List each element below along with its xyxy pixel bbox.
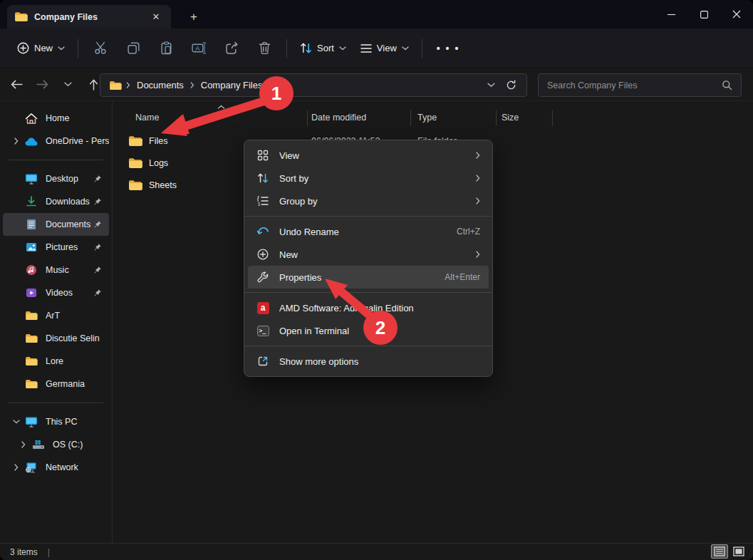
sidebar-item-label: OS (C:) [53, 440, 109, 450]
sidebar-item-onedrive[interactable]: OneDrive - Persona [3, 130, 109, 152]
breadcrumb-documents[interactable]: Documents [132, 78, 189, 93]
sidebar-item-art[interactable]: ArT [3, 304, 109, 327]
column-header-date-modified[interactable]: Date modified [311, 113, 366, 123]
tab-title: Company Files [34, 12, 142, 22]
sidebar-item-documents[interactable]: Documents [3, 213, 109, 236]
menu-item-open-in-terminal[interactable]: >_ Open in Terminal [248, 319, 489, 342]
address-dropdown-button[interactable] [481, 76, 501, 95]
tab-close-icon[interactable]: ✕ [148, 9, 164, 25]
sidebar-item-label: Discutie Selin [46, 333, 109, 343]
refresh-icon [506, 80, 516, 90]
sidebar-item-os-c[interactable]: OS (C:) [3, 433, 109, 456]
sidebar-item-discutie-selin[interactable]: Discutie Selin [3, 327, 109, 350]
sidebar-item-lore[interactable]: Lore [3, 350, 109, 373]
folder-icon [128, 180, 142, 191]
recent-locations-button[interactable] [56, 73, 80, 96]
menu-item-label: Open in Terminal [279, 326, 480, 336]
sidebar-item-home[interactable]: Home [3, 107, 109, 130]
new-button-label: New [34, 43, 53, 53]
sidebar-item-label: Network [46, 462, 109, 472]
menu-item-show-more-options[interactable]: Show more options [248, 350, 489, 373]
delete-button[interactable] [248, 36, 281, 61]
column-divider[interactable] [496, 110, 497, 126]
pin-icon [93, 289, 102, 297]
search-input[interactable] [539, 81, 722, 90]
column-header-name[interactable]: Name [135, 113, 159, 123]
column-divider[interactable] [307, 110, 308, 126]
menu-item-label: View [279, 150, 466, 161]
plus-circle-icon [256, 249, 269, 260]
copy-button[interactable] [117, 36, 150, 61]
menu-item-new[interactable]: New [248, 243, 489, 266]
new-button[interactable]: New [10, 38, 72, 58]
sidebar-item-desktop[interactable]: Desktop [3, 167, 109, 190]
refresh-button[interactable] [501, 76, 521, 95]
pin-icon [93, 197, 102, 206]
file-name: Sheets [149, 180, 177, 190]
explorer-tab[interactable]: Company Files ✕ [7, 5, 171, 28]
sidebar-item-label: ArT [46, 311, 109, 321]
more-options-button[interactable]: • • • [428, 43, 468, 54]
back-button[interactable] [4, 73, 28, 96]
sidebar-item-downloads[interactable]: Downloads [3, 190, 109, 213]
network-icon [24, 462, 38, 473]
sidebar-item-music[interactable]: Music [3, 259, 109, 281]
chevron-right-icon[interactable] [19, 441, 28, 448]
desktop-icon [24, 173, 38, 185]
details-view-icon [714, 546, 725, 556]
menu-divider [245, 346, 492, 346]
toolbar-separator [286, 39, 287, 58]
sort-button[interactable]: Sort [293, 38, 353, 58]
sidebar-item-videos[interactable]: Videos [3, 281, 109, 304]
close-button[interactable] [720, 0, 753, 28]
sort-icon [256, 172, 269, 184]
sidebar-item-this-pc[interactable]: This PC [3, 410, 109, 433]
column-divider[interactable] [410, 110, 411, 126]
sidebar-item-label: Lore [46, 356, 109, 366]
menu-item-amd-software[interactable]: a AMD Software: Adrenalin Edition [248, 296, 489, 319]
cut-icon [94, 41, 108, 55]
title-bar: Company Files ✕ + [0, 0, 753, 28]
menu-item-view[interactable]: View [248, 144, 489, 167]
share-button[interactable] [215, 36, 248, 61]
home-icon [24, 113, 38, 124]
chevron-right-icon[interactable] [11, 138, 21, 145]
folder-icon [24, 333, 38, 343]
cut-button[interactable] [84, 36, 117, 61]
toolbar-separator [422, 39, 422, 58]
sidebar-item-network[interactable]: Network [3, 456, 109, 479]
sidebar-item-germania[interactable]: Germania [3, 373, 109, 395]
large-icons-view-button[interactable] [730, 544, 747, 559]
menu-item-properties[interactable]: Properties Alt+Enter [248, 266, 489, 289]
forward-button[interactable] [30, 73, 54, 96]
command-toolbar: New Sort View • • • [0, 28, 753, 68]
details-view-button[interactable] [711, 544, 728, 559]
minimize-button[interactable] [655, 0, 687, 28]
column-divider[interactable] [552, 110, 553, 126]
documents-icon [24, 219, 38, 230]
downloads-icon [24, 196, 38, 207]
status-divider: | [48, 547, 50, 557]
menu-item-label: Group by [279, 196, 466, 207]
file-name: Files [149, 136, 167, 146]
address-bar[interactable]: Documents Company Files [100, 73, 527, 97]
new-tab-button[interactable]: + [184, 9, 204, 26]
breadcrumb-company-files[interactable]: Company Files [196, 78, 268, 93]
chevron-down-icon[interactable] [11, 420, 21, 424]
chevron-right-icon[interactable] [11, 464, 21, 471]
sidebar-item-pictures[interactable]: Pictures [3, 236, 109, 259]
column-header-size[interactable]: Size [502, 113, 519, 123]
menu-item-sort-by[interactable]: Sort by [248, 167, 489, 190]
paste-button[interactable] [150, 36, 182, 61]
this-pc-icon [24, 416, 38, 427]
undo-icon [256, 227, 269, 237]
menu-item-label: Properties [279, 272, 435, 283]
menu-item-group-by[interactable]: Group by [248, 190, 489, 212]
column-header-type[interactable]: Type [417, 113, 437, 123]
view-button[interactable]: View [353, 38, 416, 58]
folder-icon [24, 356, 38, 366]
rename-button[interactable] [182, 36, 215, 61]
chevron-down-icon [402, 46, 409, 51]
menu-item-undo-rename[interactable]: Undo Rename Ctrl+Z [248, 220, 489, 243]
maximize-button[interactable] [687, 0, 720, 28]
